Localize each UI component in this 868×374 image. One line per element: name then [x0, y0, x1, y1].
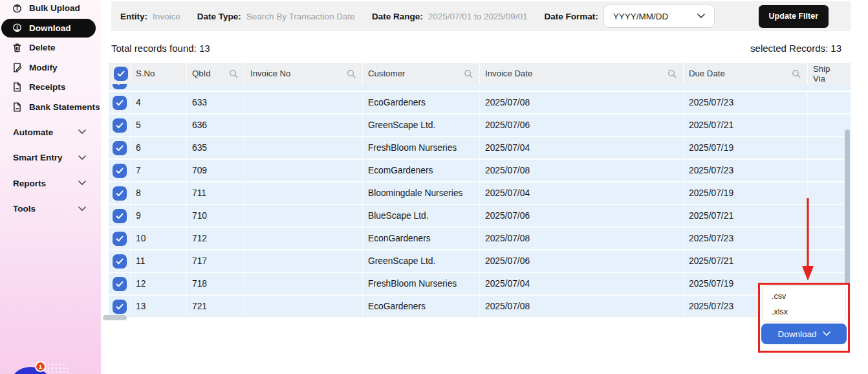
table-row[interactable]: 8 711 Bloomingdale Nurseries 2025/07/04 … — [109, 182, 851, 205]
sidebar-item-bulk-upload[interactable]: Bulk Upload — [0, 0, 101, 18]
search-icon[interactable] — [347, 69, 356, 78]
table-row[interactable]: 4 633 EcoGardeners 2025/07/08 2025/07/23 — [109, 92, 851, 115]
sidebar-section-automate[interactable]: Automate — [0, 120, 101, 146]
cell-invoice-no — [245, 115, 363, 136]
date-type-value: Search By Transaction Date — [246, 12, 355, 21]
download-button[interactable]: Download — [761, 324, 847, 344]
chevron-down-icon — [78, 206, 86, 212]
table-row[interactable]: 6 635 FreshBloom Nurseries 2025/07/04 20… — [109, 137, 851, 160]
cell-invoice-no — [245, 296, 363, 317]
partially-scrolled-row — [109, 84, 851, 92]
entity-label: Entity: — [120, 12, 147, 21]
cell-select — [109, 92, 131, 113]
sidebar-item-receipts[interactable]: Receipts — [0, 78, 101, 98]
sidebar-item-delete[interactable]: Delete — [0, 38, 101, 58]
sidebar-section-reports[interactable]: Reports — [0, 171, 101, 197]
cell-sno: 13 — [131, 296, 187, 317]
cell-select — [109, 250, 131, 272]
table-row[interactable]: 11 717 GreenScape Ltd. 2025/07/06 2025/0… — [109, 250, 851, 273]
menu-item-xlsx[interactable]: .xlsx — [763, 304, 845, 320]
search-icon[interactable] — [792, 69, 801, 78]
cell-invoice-no — [245, 137, 363, 159]
sidebar-item-label: Bulk Upload — [29, 3, 80, 13]
table-row[interactable]: 12 718 FreshBloom Nurseries 2025/07/04 2… — [109, 273, 851, 296]
row-checkbox[interactable] — [113, 118, 127, 133]
column-label: Due Date — [689, 69, 725, 78]
date-format-label: Date Format: — [545, 12, 598, 21]
row-checkbox[interactable] — [113, 300, 127, 314]
cell-due-date: 2025/07/23 — [684, 160, 808, 181]
column-header-qbid[interactable]: QbId — [187, 63, 245, 84]
cell-sno: 8 — [131, 182, 187, 204]
cell-invoice-date: 2025/07/06 — [480, 250, 684, 272]
table-row[interactable]: 13 721 EcoGardeners 2025/07/08 2025/07/2… — [109, 296, 851, 318]
row-checkbox[interactable] — [113, 96, 127, 110]
column-header-ship-via[interactable]: Ship Via — [808, 63, 851, 84]
cell-qbid: 636 — [187, 115, 245, 136]
sidebar-sections: Automate Smart Entry Reports Tools — [0, 120, 101, 222]
invoice-table: S.No QbId Invoice No Customer Invoice Da… — [109, 63, 851, 318]
row-checkbox[interactable] — [113, 277, 127, 291]
column-header-sno[interactable]: S.No — [131, 63, 187, 84]
date-range-label: Date Range: — [372, 12, 423, 21]
chevron-down-icon — [78, 181, 86, 186]
chevron-down-icon — [78, 129, 86, 135]
column-header-customer[interactable]: Customer — [363, 63, 480, 84]
cell-customer: EcoGardeners — [363, 296, 480, 317]
check-icon — [116, 145, 124, 151]
row-checkbox[interactable] — [113, 254, 127, 269]
row-checkbox[interactable] — [113, 232, 127, 246]
sidebar-item-label: Delete — [29, 43, 56, 52]
row-checkbox[interactable] — [113, 186, 127, 201]
cell-qbid: 721 — [187, 296, 245, 317]
column-header-invoice-date[interactable]: Invoice Date — [480, 63, 684, 84]
check-icon — [116, 258, 124, 265]
header-select-cell — [109, 63, 131, 84]
cell-due-date: 2025/07/21 — [684, 205, 808, 226]
check-icon — [116, 213, 124, 219]
date-format-filter: Date Format: YYYY/MM/DD — [545, 5, 715, 28]
sidebar-item-label: Download — [29, 23, 71, 33]
column-header-due-date[interactable]: Due Date — [684, 63, 808, 84]
table-row[interactable]: 10 712 EconGardeners 2025/07/08 2025/07/… — [109, 228, 851, 250]
table-row[interactable]: 9 710 BlueScape Ltd. 2025/07/06 2025/07/… — [109, 205, 851, 228]
sidebar-section-tools[interactable]: Tools — [0, 196, 101, 222]
update-filter-button[interactable]: Update Filter — [759, 5, 829, 28]
check-icon — [116, 168, 124, 174]
cell-select — [109, 273, 131, 294]
table-row[interactable]: 5 636 GreenScape Ltd. 2025/07/06 2025/07… — [109, 115, 851, 137]
menu-item-csv[interactable]: .csv — [763, 289, 845, 304]
cell-invoice-no — [245, 228, 363, 249]
row-checkbox[interactable] — [113, 164, 127, 178]
sidebar-item-download[interactable]: Download — [1, 19, 96, 38]
date-format-select[interactable]: YYYY/MM/DD — [603, 5, 715, 28]
sidebar-item-bank-statements[interactable]: Bank Statements — [0, 97, 101, 117]
cell-invoice-date: 2025/07/08 — [480, 228, 684, 249]
sidebar-item-modify[interactable]: Modify — [0, 58, 101, 78]
cell-invoice-date: 2025/07/04 — [480, 182, 684, 204]
chevron-down-icon — [78, 155, 86, 160]
edit-icon — [12, 62, 23, 73]
cell-ship-via — [808, 92, 851, 113]
trash-icon — [12, 42, 23, 53]
row-checkbox[interactable] — [113, 209, 127, 223]
cell-select — [109, 182, 131, 204]
receipt-document-icon — [12, 82, 23, 93]
cell-due-date: 2025/07/21 — [684, 115, 808, 136]
sidebar-section-smart-entry[interactable]: Smart Entry — [0, 145, 101, 171]
horizontal-scrollbar-thumb[interactable] — [103, 315, 127, 320]
select-all-checkbox[interactable] — [114, 67, 128, 81]
search-icon[interactable] — [464, 69, 473, 78]
cell-sno: 6 — [131, 137, 187, 159]
sidebar-section-label: Tools — [13, 204, 36, 214]
cell-customer: FreshBloom Nurseries — [363, 273, 480, 294]
search-icon[interactable] — [229, 69, 238, 78]
cell-qbid: 709 — [187, 160, 245, 181]
row-checkbox[interactable] — [113, 84, 127, 89]
column-header-invoice-no[interactable]: Invoice No — [245, 63, 363, 84]
app-window: Bulk Upload Download Delete Modify Recei… — [0, 0, 868, 374]
cell-due-date: 2025/07/19 — [684, 137, 808, 159]
search-icon[interactable] — [667, 69, 677, 78]
row-checkbox[interactable] — [113, 141, 127, 155]
table-row[interactable]: 7 709 EcomGardeners 2025/07/08 2025/07/2… — [109, 160, 851, 182]
